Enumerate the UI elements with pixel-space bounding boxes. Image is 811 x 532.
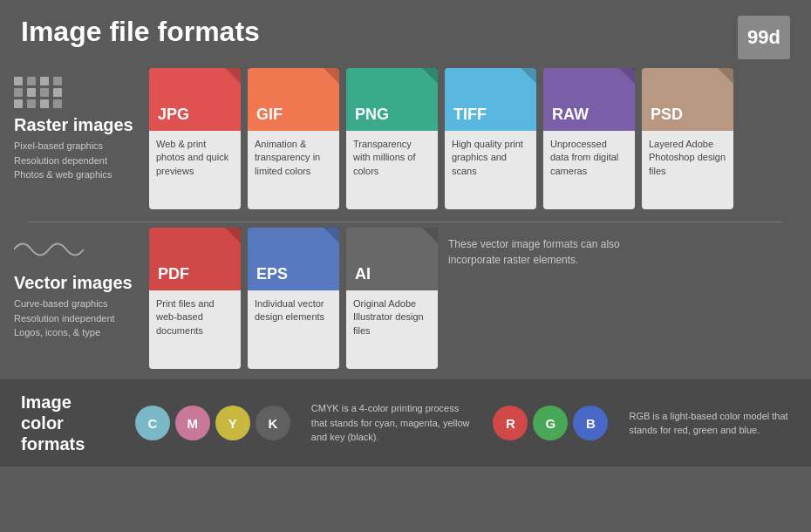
card-top-jpg: JPG bbox=[149, 68, 241, 131]
raster-desc: Pixel-based graphics Resolution dependen… bbox=[14, 139, 140, 182]
card-label-eps: EPS bbox=[256, 265, 288, 283]
cmyk-desc: CMYK is a 4-color printing process that … bbox=[311, 401, 473, 445]
card-label-jpg: JPG bbox=[158, 106, 189, 124]
vector-icon bbox=[14, 236, 140, 266]
vector-info: Vector images Curve-based graphics Resol… bbox=[14, 228, 149, 340]
card-label-ai: AI bbox=[355, 265, 371, 283]
file-card-tiff: TIFF High quality print graphics and sca… bbox=[445, 68, 536, 209]
card-top-gif: GIF bbox=[248, 68, 339, 131]
dot bbox=[53, 99, 62, 108]
file-card-raw: RAW Unprocessed data from digital camera… bbox=[543, 68, 635, 209]
raster-title: Raster images bbox=[14, 115, 140, 135]
card-top-pdf: PDF bbox=[149, 228, 241, 290]
vector-title: Vector images bbox=[14, 273, 140, 293]
card-top-raw: RAW bbox=[543, 68, 635, 131]
file-card-png: PNG Transparency with millions of colors bbox=[346, 68, 438, 209]
cmyk-k-circle: K bbox=[256, 406, 290, 440]
raster-info: Raster images Pixel-based graphics Resol… bbox=[14, 68, 149, 182]
raster-icon bbox=[14, 77, 140, 108]
dot bbox=[53, 88, 62, 97]
card-top-psd: PSD bbox=[642, 68, 733, 131]
dot bbox=[14, 88, 23, 97]
card-label-raw: RAW bbox=[552, 106, 589, 124]
cmyk-c-circle: C bbox=[135, 406, 170, 440]
cmyk-m-circle: M bbox=[175, 406, 210, 440]
rgb-g-circle: G bbox=[533, 406, 568, 440]
file-card-pdf: PDF Print files and web-based documents bbox=[149, 228, 241, 369]
card-top-eps: EPS bbox=[248, 228, 339, 290]
card-body-raw: Unprocessed data from digital cameras bbox=[543, 131, 635, 209]
card-top-tiff: TIFF bbox=[445, 68, 536, 131]
dot bbox=[14, 77, 23, 85]
page-title: Image file formats bbox=[21, 16, 260, 48]
file-card-ai: AI Original Adobe Illustrator design fil… bbox=[346, 228, 438, 369]
section-divider bbox=[28, 222, 783, 222]
sections: Raster images Pixel-based graphics Resol… bbox=[0, 68, 811, 378]
vector-cards: PDF Print files and web-based documents … bbox=[149, 228, 797, 369]
card-top-png: PNG bbox=[346, 68, 438, 131]
card-label-psd: PSD bbox=[651, 106, 683, 124]
color-section-title: Image color formats bbox=[21, 392, 114, 454]
file-card-eps: EPS Individual vector design elements bbox=[248, 228, 339, 369]
dot bbox=[14, 99, 23, 108]
card-top-ai: AI bbox=[346, 228, 438, 290]
card-body-ai: Original Adobe Illustrator design files bbox=[346, 290, 438, 369]
rgb-circles: R G B bbox=[493, 406, 608, 440]
dot bbox=[53, 77, 62, 85]
dot bbox=[27, 77, 36, 85]
dot bbox=[40, 77, 49, 85]
card-body-psd: Layered Adobe Photoshop design files bbox=[642, 131, 733, 209]
raster-cards: JPG Web & print photos and quick preview… bbox=[149, 68, 797, 209]
card-label-gif: GIF bbox=[256, 106, 283, 124]
card-body-png: Transparency with millions of colors bbox=[346, 131, 438, 209]
card-body-eps: Individual vector design elements bbox=[248, 290, 339, 369]
dot bbox=[40, 99, 49, 108]
cmyk-y-circle: Y bbox=[215, 406, 250, 440]
header: Image file formats 99d bbox=[0, 0, 811, 68]
card-label-pdf: PDF bbox=[158, 265, 189, 283]
card-body-tiff: High quality print graphics and scans bbox=[445, 131, 536, 209]
raster-section: Raster images Pixel-based graphics Resol… bbox=[14, 68, 797, 209]
rgb-b-circle: B bbox=[573, 406, 608, 440]
card-body-jpg: Web & print photos and quick previews bbox=[149, 131, 241, 209]
color-section: Image color formats C M Y K CMYK is a 4-… bbox=[0, 379, 811, 467]
card-label-png: PNG bbox=[355, 106, 389, 124]
vector-note: These vector image formats can also inco… bbox=[445, 228, 637, 268]
vector-desc: Curve-based graphics Resolution independ… bbox=[14, 297, 140, 340]
logo: 99d bbox=[738, 16, 790, 59]
card-body-pdf: Print files and web-based documents bbox=[149, 290, 241, 369]
dot bbox=[27, 88, 36, 97]
dot bbox=[27, 99, 36, 108]
file-card-psd: PSD Layered Adobe Photoshop design files bbox=[642, 68, 733, 209]
rgb-desc: RGB is a light-based color model that st… bbox=[629, 409, 790, 438]
card-body-gif: Animation & transparency in limited colo… bbox=[248, 131, 339, 209]
card-label-tiff: TIFF bbox=[453, 106, 487, 124]
cmyk-circles: C M Y K bbox=[135, 406, 290, 440]
rgb-r-circle: R bbox=[493, 406, 528, 440]
file-card-jpg: JPG Web & print photos and quick preview… bbox=[149, 68, 241, 209]
file-card-gif: GIF Animation & transparency in limited … bbox=[248, 68, 339, 209]
dot bbox=[40, 88, 49, 97]
vector-section: Vector images Curve-based graphics Resol… bbox=[14, 228, 797, 369]
